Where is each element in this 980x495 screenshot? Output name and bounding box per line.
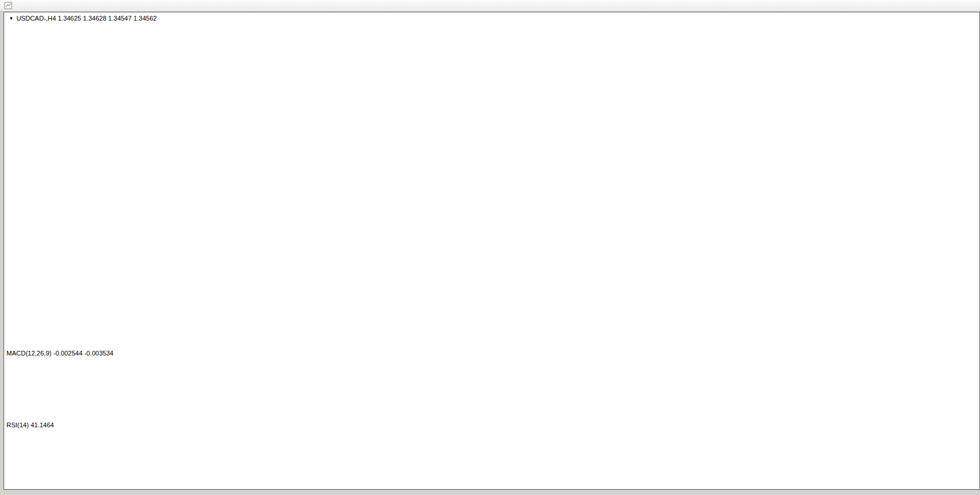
rsi-indicator-label: RSI(14) 41.1464 [6, 421, 54, 428]
chart-window: ▼ USDCAD-,H4 1.34625 1.34628 1.34547 1.3… [4, 12, 980, 490]
chart-canvas[interactable] [4, 12, 979, 489]
new-chart-button[interactable] [1, 1, 15, 11]
new-chart-icon [4, 1, 13, 10]
chevron-down-icon[interactable]: ▼ [9, 16, 14, 21]
chart-title-text: USDCAD-,H4 1.34625 1.34628 1.34547 1.345… [16, 15, 157, 22]
chart-title: ▼ USDCAD-,H4 1.34625 1.34628 1.34547 1.3… [9, 15, 157, 22]
main-toolbar [0, 0, 980, 12]
macd-indicator-label: MACD(12,26,9) -0.002544 -0.003534 [6, 350, 114, 357]
